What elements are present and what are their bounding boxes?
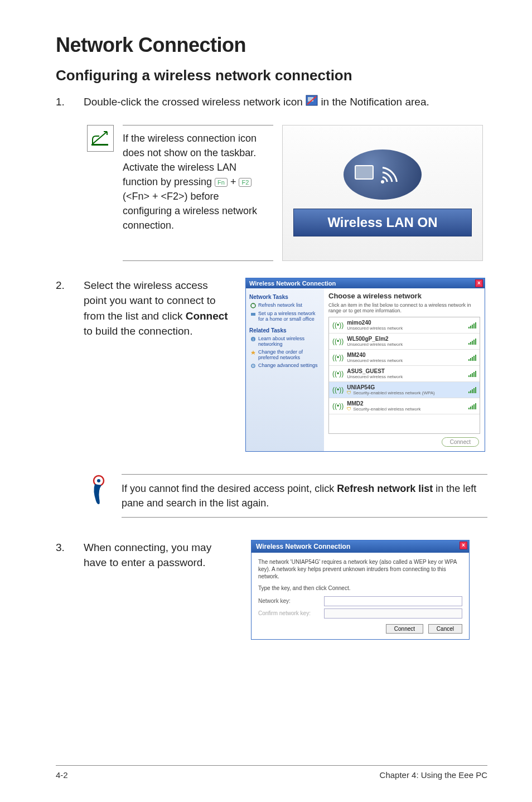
section-heading: Configuring a wireless network connectio… xyxy=(56,67,487,84)
network-item[interactable]: ((•)) MM240 Unsecured wireless network xyxy=(329,350,480,366)
choose-network-heading: Choose a wireless network xyxy=(328,292,480,300)
learn-label: Learn about wireless networking xyxy=(258,336,321,347)
gear-icon xyxy=(250,363,256,369)
wifi-icon: ((•)) xyxy=(332,402,344,410)
monitor-icon xyxy=(355,165,374,180)
refresh-label: Refresh network list xyxy=(258,302,302,308)
network-item[interactable]: ((•)) UNIAP54G 🛡Security-enabled wireles… xyxy=(329,382,480,398)
tip-icon xyxy=(87,474,110,508)
step-2-text-b: to build the connection. xyxy=(84,325,192,337)
setup-icon xyxy=(250,311,256,317)
note-text: If the wireless connection icon does not… xyxy=(123,125,273,261)
network-name: MM240 xyxy=(347,352,465,358)
network-name: mimo240 xyxy=(347,320,465,326)
network-list[interactable]: ((•)) mimo240 Unsecured wireless network… xyxy=(328,317,480,434)
signal-bars-icon xyxy=(468,370,476,377)
related-tasks-heading: Related Tasks xyxy=(249,327,321,334)
choose-network-sub: Click an item in the list below to conne… xyxy=(328,302,480,313)
connect-button[interactable]: Connect xyxy=(442,437,479,447)
network-security: Unsecured wireless network xyxy=(347,326,465,331)
confirm-key-label: Confirm network key: xyxy=(258,610,320,616)
close-icon[interactable]: × xyxy=(460,542,467,549)
network-tasks-heading: Network Tasks xyxy=(249,294,321,300)
note-text-b: (<Fn> + <F2>) before configuring a wirel… xyxy=(123,191,257,231)
network-item[interactable]: ((•)) ASUS_GUEST Unsecured wireless netw… xyxy=(329,366,480,382)
tip-text: If you cannot find the desired access po… xyxy=(122,474,487,518)
network-key-label: Network key: xyxy=(258,598,320,604)
connect-button[interactable]: Connect xyxy=(386,624,423,634)
step-3-text: When connecting, you may have to enter a… xyxy=(84,540,234,640)
network-name: UNIAP54G xyxy=(347,384,465,390)
signal-bars-icon xyxy=(468,338,476,345)
wifi-icon: ((•)) xyxy=(332,386,344,394)
shield-icon: 🛡 xyxy=(347,407,351,412)
network-security: Security-enabled wireless network (WPA) xyxy=(353,390,435,395)
info-icon: i xyxy=(250,336,256,342)
cancel-button[interactable]: Cancel xyxy=(428,624,462,634)
adv-label: Change advanced settings xyxy=(258,363,318,368)
step-1-text-after: in the Notification area. xyxy=(321,96,429,108)
note-icon xyxy=(87,125,114,152)
tip-text-a: If you cannot find the desired access po… xyxy=(122,483,337,494)
learn-wireless-link[interactable]: i Learn about wireless networking xyxy=(250,336,321,347)
advanced-settings-link[interactable]: Change advanced settings xyxy=(250,363,321,369)
network-security: Unsecured wireless network xyxy=(347,358,465,363)
wireless-connection-dialog: Wireless Network Connection × Network Ta… xyxy=(245,278,485,452)
step-1-number: 1. xyxy=(56,94,67,110)
pwd-type-message: Type the key, and then click Connect. xyxy=(258,584,462,592)
refresh-icon xyxy=(250,303,256,308)
wnc-title: Wireless Network Connection xyxy=(249,280,336,287)
wifi-icon: ((•)) xyxy=(332,370,344,378)
star-icon xyxy=(250,350,256,355)
network-item[interactable]: ((•)) WL500gP_Elm2 Unsecured wireless ne… xyxy=(329,334,480,350)
step-1-text-before: Double-click the crossed wireless networ… xyxy=(84,96,306,108)
wifi-icon: ((•)) xyxy=(332,321,344,329)
plus-text: + xyxy=(230,176,239,187)
network-security: Unsecured wireless network xyxy=(347,374,465,379)
step-2-number: 2. xyxy=(56,278,67,452)
setup-network-link[interactable]: Set up a wireless network for a home or … xyxy=(250,311,321,322)
password-dialog: Wireless Network Connection × The networ… xyxy=(251,540,470,640)
chapter-label: Chapter 4: Using the Eee PC xyxy=(380,770,487,780)
refresh-network-list-link[interactable]: Refresh network list xyxy=(250,302,321,308)
f2-key-icon: F2 xyxy=(239,178,252,187)
setup-label: Set up a wireless network for a home or … xyxy=(258,311,321,322)
wifi-icon: ((•)) xyxy=(332,354,344,361)
network-name: WL500gP_Elm2 xyxy=(347,336,465,342)
shield-icon: 🛡 xyxy=(347,390,351,395)
order-label: Change the order of preferred networks xyxy=(258,349,321,360)
step-3-number: 3. xyxy=(56,540,67,640)
network-key-input[interactable] xyxy=(324,596,462,606)
svg-rect-6 xyxy=(251,313,255,316)
wlan-on-image: Wireless LAN ON xyxy=(282,125,483,261)
svg-point-11 xyxy=(253,365,254,366)
page-title: Network Connection xyxy=(56,33,487,57)
tip-bold: Refresh network list xyxy=(337,483,433,494)
step-2-bold: Connect xyxy=(186,310,228,322)
change-order-link[interactable]: Change the order of preferred networks xyxy=(250,349,321,360)
signal-bars-icon xyxy=(468,403,476,409)
network-name: ASUS_GUEST xyxy=(347,368,465,374)
network-name: MMD2 xyxy=(347,400,465,407)
signal-bars-icon xyxy=(468,386,476,393)
svg-point-5 xyxy=(251,303,255,308)
network-security: Unsecured wireless network xyxy=(347,342,465,347)
svg-point-4 xyxy=(381,180,384,183)
wlan-on-label: Wireless LAN ON xyxy=(293,209,472,236)
network-item[interactable]: ((•)) MMD2 🛡Security-enabled wireless ne… xyxy=(329,398,480,414)
pwd-title: Wireless Network Connection xyxy=(256,543,350,550)
wifi-icon: ((•)) xyxy=(332,337,344,345)
step-1: 1. Double-click the crossed wireless net… xyxy=(56,94,487,110)
page-number: 4-2 xyxy=(56,770,68,780)
close-icon[interactable]: × xyxy=(475,279,483,287)
crossed-wireless-icon xyxy=(306,95,318,110)
svg-rect-3 xyxy=(91,144,108,146)
fn-key-icon: Fn xyxy=(215,178,228,187)
pwd-message: The network 'UNIAP54G' requires a networ… xyxy=(258,558,462,580)
signal-bars-icon xyxy=(468,354,476,361)
network-item[interactable]: ((•)) mimo240 Unsecured wireless network xyxy=(329,317,480,334)
svg-marker-9 xyxy=(251,350,255,355)
signal-bars-icon xyxy=(468,322,476,328)
network-security: Security-enabled wireless network xyxy=(353,407,420,412)
svg-point-13 xyxy=(97,479,100,482)
